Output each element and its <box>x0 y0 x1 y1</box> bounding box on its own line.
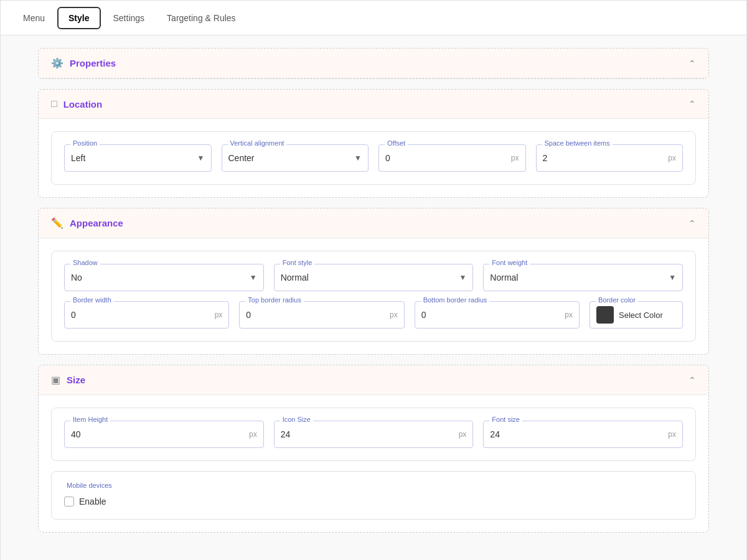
tab-style[interactable]: Style <box>57 7 100 29</box>
tab-targeting-rules[interactable]: Targeting & Rules <box>157 8 246 28</box>
location-chevron-icon[interactable]: ⌃ <box>688 99 696 109</box>
location-icon: □ <box>51 98 57 110</box>
vertical-alignment-label: Vertical alignment <box>228 139 287 147</box>
tab-settings[interactable]: Settings <box>103 8 155 28</box>
shadow-select[interactable]: No Small Medium Large <box>71 273 247 282</box>
location-inner-card: Position Left Center Right ▼ <box>51 131 696 185</box>
position-field: Position Left Center Right ▼ <box>64 144 212 172</box>
properties-title: Properties <box>70 58 116 68</box>
size-icon: ▣ <box>51 374 60 386</box>
font-style-label: Font style <box>280 259 315 266</box>
properties-section: ⚙️ Properties ⌃ <box>38 48 709 79</box>
appearance-section: ✏️ Appearance ⌃ Shadow No Small <box>38 208 709 355</box>
border-width-label: Border width <box>70 296 114 304</box>
font-size-label: Font size <box>489 416 522 423</box>
size-inner-card: Item Height px Icon Size px <box>51 408 696 461</box>
icon-size-field: Icon Size px <box>274 421 474 448</box>
shadow-field: Shadow No Small Medium Large ▼ <box>64 264 264 291</box>
shadow-select-wrapper[interactable]: No Small Medium Large ▼ <box>64 264 264 291</box>
main-container: Menu Style Settings Targeting & Rules ⚙️… <box>0 0 747 560</box>
top-border-radius-input[interactable] <box>246 310 387 320</box>
font-size-suffix: px <box>668 430 676 439</box>
item-height-input-wrapper: px <box>64 421 264 448</box>
font-weight-select[interactable]: Normal Bold Light <box>490 273 666 282</box>
properties-header: ⚙️ Properties ⌃ <box>39 49 708 78</box>
border-width-field: Border width px <box>64 301 229 329</box>
mobile-devices-card: Mobile devices Enable <box>51 471 696 520</box>
appearance-header: ✏️ Appearance ⌃ <box>39 208 708 238</box>
icon-size-suffix: px <box>459 430 467 439</box>
appearance-inner-card: Shadow No Small Medium Large ▼ <box>51 251 696 342</box>
offset-input-wrapper: px <box>378 144 526 172</box>
border-color-button[interactable]: Select Color <box>590 301 683 329</box>
location-header: □ Location ⌃ <box>39 90 708 119</box>
size-row-1: Item Height px Icon Size px <box>64 421 683 448</box>
select-color-text: Select Color <box>619 310 663 320</box>
mobile-devices-label: Mobile devices <box>64 482 683 489</box>
properties-chevron-icon[interactable]: ⌃ <box>688 58 696 68</box>
item-height-label: Item Height <box>70 416 110 423</box>
vertical-alignment-select-wrapper[interactable]: Top Center Bottom ▼ <box>222 144 369 172</box>
bottom-border-radius-input-wrapper: px <box>415 301 580 329</box>
position-select[interactable]: Left Center Right <box>71 153 195 163</box>
size-chevron-icon[interactable]: ⌃ <box>688 375 696 385</box>
icon-size-input[interactable] <box>281 429 456 439</box>
border-width-input-wrapper: px <box>64 301 229 329</box>
size-title: Size <box>67 375 85 385</box>
space-between-items-input[interactable] <box>543 153 666 163</box>
font-size-input-wrapper: px <box>483 421 683 448</box>
offset-input[interactable] <box>385 153 509 163</box>
location-header-left: □ Location <box>51 98 102 110</box>
vertical-alignment-select[interactable]: Top Center Bottom <box>228 153 352 163</box>
position-arrow-icon: ▼ <box>197 154 205 162</box>
top-nav: Menu Style Settings Targeting & Rules <box>1 1 746 35</box>
appearance-row-2: Border width px Top border radius px <box>64 301 683 329</box>
shadow-label: Shadow <box>70 259 100 266</box>
position-label: Position <box>70 139 100 147</box>
border-color-label: Border color <box>596 296 638 304</box>
location-row-1: Position Left Center Right ▼ <box>64 144 683 172</box>
location-title: Location <box>63 99 103 110</box>
space-between-items-input-wrapper: px <box>536 144 684 172</box>
vertical-alignment-field: Vertical alignment Top Center Bottom ▼ <box>222 144 369 172</box>
top-border-radius-input-wrapper: px <box>239 301 404 329</box>
mobile-enable-checkbox[interactable] <box>64 497 74 506</box>
mobile-enable-wrapper: Enable <box>64 497 683 506</box>
font-weight-arrow-icon: ▼ <box>669 273 676 282</box>
position-select-wrapper[interactable]: Left Center Right ▼ <box>64 144 212 172</box>
bottom-border-radius-suffix: px <box>565 310 573 319</box>
appearance-chevron-icon[interactable]: ⌃ <box>688 218 696 228</box>
vertical-alignment-arrow-icon: ▼ <box>354 154 362 162</box>
font-size-field: Font size px <box>483 421 683 448</box>
offset-suffix: px <box>511 154 519 162</box>
bottom-border-radius-input[interactable] <box>421 310 563 320</box>
item-height-suffix: px <box>249 430 257 439</box>
font-weight-label: Font weight <box>489 259 530 266</box>
main-content: ⚙️ Properties ⌃ □ Location ⌃ <box>1 35 746 560</box>
font-style-field: Font style Normal Italic Oblique ▼ <box>274 264 474 291</box>
space-between-items-label: Space between items <box>542 139 613 147</box>
appearance-title: Appearance <box>70 218 123 228</box>
border-color-swatch <box>596 306 614 324</box>
size-body: Item Height px Icon Size px <box>39 395 708 532</box>
location-section: □ Location ⌃ Position Left Cent <box>38 89 709 198</box>
size-section: ▣ Size ⌃ Item Height px <box>38 365 709 533</box>
top-border-radius-label: Top border radius <box>245 296 304 304</box>
offset-label: Offset <box>385 139 408 147</box>
font-weight-select-wrapper[interactable]: Normal Bold Light ▼ <box>483 264 683 291</box>
top-border-radius-suffix: px <box>390 310 398 319</box>
offset-field: Offset px <box>378 144 526 172</box>
appearance-header-left: ✏️ Appearance <box>51 217 123 229</box>
appearance-icon: ✏️ <box>51 217 63 229</box>
font-weight-field: Font weight Normal Bold Light ▼ <box>483 264 683 291</box>
location-body: Position Left Center Right ▼ <box>39 119 708 197</box>
icon-size-label: Icon Size <box>280 416 313 423</box>
border-width-suffix: px <box>215 310 223 319</box>
border-width-input[interactable] <box>71 310 212 320</box>
tab-menu[interactable]: Menu <box>13 8 55 28</box>
item-height-input[interactable] <box>71 429 247 439</box>
space-between-items-suffix: px <box>668 154 676 162</box>
font-style-select[interactable]: Normal Italic Oblique <box>281 273 457 282</box>
font-size-input[interactable] <box>490 429 665 439</box>
font-style-select-wrapper[interactable]: Normal Italic Oblique ▼ <box>274 264 474 291</box>
